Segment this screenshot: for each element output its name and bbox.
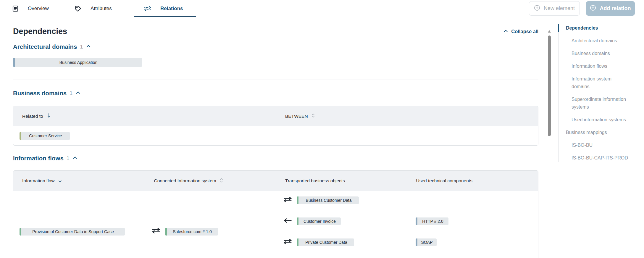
business-object-entry: Business Customer Data (276, 190, 407, 211)
column-header-label: BETWEEN (285, 114, 308, 119)
badge-business-application[interactable]: Business Application (13, 58, 142, 67)
badge-technical-component[interactable]: SOAP (416, 238, 437, 246)
tab-attributes-label: Attributes (91, 6, 112, 12)
badge-label: Salesforce.com # 1.0 (173, 229, 212, 234)
sidenav-item-dependencies[interactable]: Dependencies (559, 24, 642, 32)
badge-label: Business Customer Data (306, 198, 352, 203)
column-header-between[interactable]: BETWEEN (276, 106, 538, 126)
sidenav-item-superordinate-information-systems[interactable]: Superordinate information systems (559, 96, 642, 111)
section-navigation-sidebar: Dependencies Architectural domains Busin… (559, 24, 642, 162)
sidenav-item-used-information-systems[interactable]: Used information systems (559, 116, 642, 124)
sidenav-item-business-mappings[interactable]: Business mappings (559, 129, 642, 136)
badge-business-object[interactable]: Customer Invoice (297, 217, 341, 225)
section-count: 1 (70, 90, 72, 96)
sidenav-label: Dependencies (566, 25, 598, 30)
section-header-information-flows[interactable]: Information flows 1 (13, 155, 538, 162)
chevron-up-icon (86, 43, 91, 50)
sidenav-label: Superordinate information systems (572, 97, 626, 109)
badge-label: SOAP (421, 240, 433, 245)
tab-relations-label: Relations (160, 6, 183, 12)
section-count: 1 (67, 155, 70, 162)
tab-overview-label: Overview (28, 6, 49, 12)
column-header-information-flow[interactable]: Information flow (13, 171, 145, 191)
scrollbar-thumb[interactable] (548, 36, 551, 136)
badge-customer-service[interactable]: Customer Service (20, 132, 70, 140)
badge-business-object[interactable]: Private Customer Data (297, 238, 354, 246)
section-divider (13, 80, 538, 80)
business-object-entry: Customer Invoice (276, 211, 407, 232)
sort-unsorted-icon (220, 178, 223, 184)
tag-icon (75, 5, 82, 12)
collapse-all-button[interactable]: Collapse all (503, 28, 538, 35)
sort-descending-icon (47, 113, 51, 119)
technical-component-entry: HTTP # 2.0 (407, 211, 538, 232)
badge-connected-system[interactable]: Salesforce.com # 1.0 (165, 228, 218, 236)
sidenav-item-architectural-domains[interactable]: Architectural domains (559, 37, 642, 45)
section-count: 1 (80, 44, 83, 50)
business-object-entry: Private Customer Data (276, 232, 407, 253)
chevron-up-icon (503, 28, 508, 35)
section-title: Information flows (13, 155, 64, 162)
sidenav-label: IS-BO-BU-CAP-ITS-PROD (572, 155, 628, 160)
column-header-label: Related to (22, 114, 43, 119)
sidenav-item-information-flows[interactable]: Information flows (559, 62, 642, 70)
section-title: Business domains (13, 90, 67, 97)
tab-relations[interactable]: Relations (144, 0, 183, 17)
column-header-related-to[interactable]: Related to (13, 106, 276, 126)
vertical-scrollbar[interactable] (547, 17, 551, 258)
sidenav-item-business-domains[interactable]: Business domains (559, 50, 642, 57)
column-header-transported-business-objects[interactable]: Transported business objects (276, 171, 407, 191)
new-element-label: New element (544, 5, 575, 12)
chevron-up-icon (72, 155, 78, 162)
tab-overview[interactable]: Overview (12, 0, 49, 17)
section-header-architectural-domains[interactable]: Architectural domains 1 (13, 43, 538, 50)
sidenav-label: Business domains (572, 51, 610, 56)
column-header-label: Used technical components (416, 178, 472, 183)
information-flows-table: Information flow Connected Information s… (13, 170, 538, 258)
column-header-connected-information-system[interactable]: Connected Information system (145, 171, 276, 191)
sidenav-label: Business mappings (566, 130, 607, 135)
sidenav-item-is-bo-bu[interactable]: IS-BO-BU (559, 141, 642, 149)
collapse-all-label: Collapse all (511, 29, 538, 34)
cell-used-technical-components: HTTP # 2.0 SOAP (407, 191, 538, 258)
table-header-row: Information flow Connected Information s… (13, 171, 538, 191)
sort-unsorted-icon (311, 113, 315, 119)
bidirectional-arrow-icon (283, 197, 292, 204)
column-header-used-technical-components[interactable]: Used technical components (407, 171, 538, 191)
left-arrow-icon (283, 218, 292, 225)
column-header-label: Transported business objects (285, 178, 345, 183)
scrollbar-up-arrow[interactable] (548, 30, 551, 33)
plus-circle-icon (590, 5, 596, 12)
cell-information-flow: Provision of Customer Data in Support Ca… (13, 191, 145, 258)
chevron-up-icon (75, 90, 81, 96)
table-row: Customer Service (13, 126, 538, 145)
relation-arrows-icon (144, 5, 151, 12)
badge-label: Private Customer Data (305, 240, 347, 245)
plus-circle-icon (534, 5, 540, 12)
top-bar: Overview Attributes Relations (0, 0, 644, 17)
sidenav-item-information-system-domains[interactable]: Information system domains (559, 75, 642, 91)
new-element-button[interactable]: New element (529, 1, 580, 16)
badge-information-flow[interactable]: Provision of Customer Data in Support Ca… (20, 228, 125, 236)
business-domains-table: Related to BETWEEN Customer Service (13, 106, 538, 146)
tab-attributes[interactable]: Attributes (75, 0, 112, 17)
active-tab-underline (134, 16, 196, 17)
page-title: Dependencies (13, 27, 67, 36)
badge-label: Customer Service (29, 133, 62, 138)
sort-descending-icon (58, 178, 62, 184)
badge-label: Customer Invoice (304, 219, 336, 224)
section-header-business-domains[interactable]: Business domains 1 (13, 90, 538, 97)
bidirectional-arrow-icon (283, 239, 292, 246)
add-relation-button[interactable]: Add relation (586, 1, 635, 16)
column-header-label: Information flow (22, 178, 54, 183)
badge-label: HTTP # 2.0 (422, 219, 443, 224)
badge-business-object[interactable]: Business Customer Data (297, 196, 359, 204)
add-relation-label: Add relation (600, 5, 631, 12)
relations-panel: Dependencies Collapse all Architectural … (13, 17, 538, 258)
sidenav-item-is-bo-bu-cap-its-prod[interactable]: IS-BO-BU-CAP-ITS-PROD (559, 154, 642, 162)
overview-document-icon (12, 5, 19, 12)
technical-component-entry: SOAP (407, 232, 538, 253)
information-flow-row: Provision of Customer Data in Support Ca… (13, 191, 538, 258)
badge-technical-component[interactable]: HTTP # 2.0 (416, 217, 448, 225)
column-header-label: Connected Information system (154, 178, 216, 183)
